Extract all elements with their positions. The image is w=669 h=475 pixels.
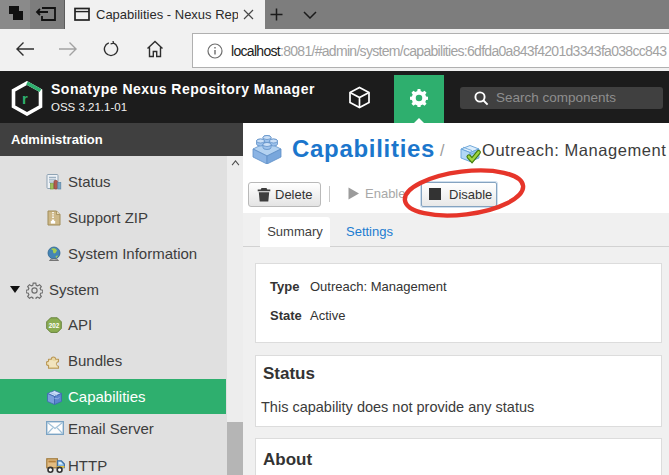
svg-text:r: r — [22, 90, 28, 107]
svg-text:202: 202 — [49, 322, 60, 329]
